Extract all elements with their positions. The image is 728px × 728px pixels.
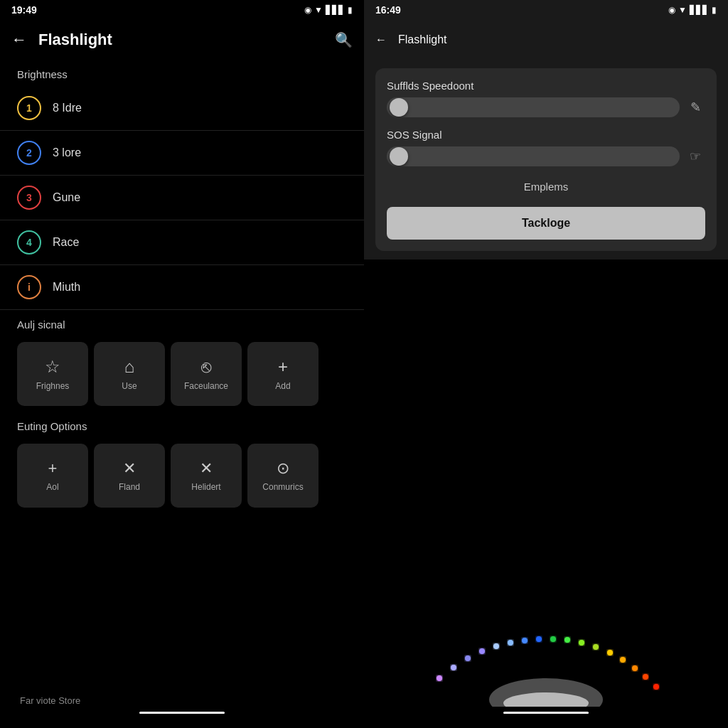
app-title-left: Flashlight xyxy=(38,31,323,49)
svg-point-13 xyxy=(593,644,599,650)
svg-point-12 xyxy=(579,640,584,646)
edit-card-1[interactable]: + Aol xyxy=(17,444,88,508)
slider-track-2[interactable] xyxy=(387,146,680,166)
badge-2: 2 xyxy=(17,141,41,165)
svg-point-6 xyxy=(493,643,499,649)
plus-icon: + xyxy=(48,459,58,478)
control-row-2: SOS Signal ☞ xyxy=(387,129,705,166)
tackloge-button[interactable]: Tackloge xyxy=(387,207,705,240)
edit-card-2[interactable]: ✕ Fland xyxy=(94,444,165,508)
battery-icon-left: ▮ xyxy=(348,5,353,15)
slider-thumb-2[interactable] xyxy=(390,147,408,166)
left-panel: 19:49 ◉ ▼ ▋▋▋ ▮ ← Flashlight 🔍 Brightnes… xyxy=(0,0,364,728)
svg-point-17 xyxy=(643,674,648,680)
home-icon: ⌂ xyxy=(124,357,135,377)
signal-label-4: Add xyxy=(275,381,290,391)
edit-label-3: Helidert xyxy=(191,482,220,492)
edit-label-2: Fland xyxy=(119,482,140,492)
cross-icon-1: ✕ xyxy=(123,459,136,478)
signal-card-2[interactable]: ⌂ Use xyxy=(94,342,165,406)
svg-point-4 xyxy=(465,655,471,661)
signal-card-4[interactable]: + Add xyxy=(247,342,318,406)
signal-card-3[interactable]: ⎋ Faceulance xyxy=(171,342,242,406)
edit-grid: + Aol ✕ Fland ✕ Helidert ⊙ Conmurics xyxy=(0,438,364,513)
wifi-icon-left: ▼ xyxy=(314,5,323,15)
item-label-2: 3 lore xyxy=(53,146,81,159)
app-title-right: Flashlight xyxy=(398,33,446,46)
control-row-1: Sufflds Speedoont ✎ xyxy=(387,80,705,117)
edit-label-1: Aol xyxy=(46,482,58,492)
slider-row-1: ✎ xyxy=(387,97,705,117)
app-bar-left: ← Flashlight 🔍 xyxy=(0,20,364,60)
svg-point-9 xyxy=(536,636,542,642)
eye-icon-right: ◉ xyxy=(668,5,675,15)
signal-icon-left: ▋▋▋ xyxy=(326,5,345,15)
led-image-area xyxy=(364,259,728,728)
badge-5: i xyxy=(17,275,41,299)
badge-3: 3 xyxy=(17,186,41,210)
signal-label-3: Faceulance xyxy=(184,381,228,391)
emblems-label: Emplems xyxy=(387,178,705,196)
control-2-label: SOS Signal xyxy=(387,129,705,141)
slider-thumb-1[interactable] xyxy=(390,98,408,117)
brightness-item-5[interactable]: i Miuth xyxy=(0,265,364,310)
edit-section-title: Euting Options xyxy=(0,412,364,438)
svg-point-2 xyxy=(437,675,442,681)
signal-label-1: Frighnes xyxy=(36,381,70,391)
edit-icon-1[interactable]: ✎ xyxy=(685,100,705,115)
slider-row-2: ☞ xyxy=(387,146,705,166)
svg-point-3 xyxy=(451,665,456,670)
signal-section-title: Aulj sicnal xyxy=(0,310,364,336)
item-label-4: Race xyxy=(53,236,79,249)
toggle-icon: ⊙ xyxy=(277,459,289,478)
right-panel: 16:49 ◉ ▼ ▋▋▋ ▮ ← Flashlight Sufflds Spe… xyxy=(364,0,728,728)
status-icons-left: ◉ ▼ ▋▋▋ ▮ xyxy=(304,5,353,15)
led-arc-svg xyxy=(397,557,695,707)
edit-card-3[interactable]: ✕ Helidert xyxy=(171,444,242,508)
badge-4: 4 xyxy=(17,230,41,255)
add-icon: + xyxy=(278,357,288,377)
item-label-3: Gune xyxy=(53,191,80,204)
back-button-left[interactable]: ← xyxy=(11,31,27,49)
status-bar-right: 16:49 ◉ ▼ ▋▋▋ ▮ xyxy=(364,0,728,20)
eye-icon-left: ◉ xyxy=(304,5,311,15)
status-bar-left: 19:49 ◉ ▼ ▋▋▋ ▮ xyxy=(0,0,364,20)
slider-track-1[interactable] xyxy=(387,97,680,117)
badge-1: 1 xyxy=(17,96,41,120)
brightness-item-1[interactable]: 1 8 Idre xyxy=(0,86,364,131)
bottom-bar-left: Far viote Store xyxy=(0,687,364,728)
svg-point-10 xyxy=(550,636,556,642)
signal-icon-right: ▋▋▋ xyxy=(690,5,709,15)
controls-card: Sufflds Speedoont ✎ SOS Signal ☞ Emplems… xyxy=(375,68,717,251)
svg-point-15 xyxy=(620,657,626,663)
edit-label-4: Conmurics xyxy=(262,482,303,492)
control-1-label: Sufflds Speedoont xyxy=(387,80,705,92)
touch-icon[interactable]: ☞ xyxy=(685,149,705,164)
signal-grid: ☆ Frighnes ⌂ Use ⎋ Faceulance + Add xyxy=(0,336,364,412)
time-right: 16:49 xyxy=(375,4,401,16)
brightness-item-4[interactable]: 4 Race xyxy=(0,220,364,265)
brightness-list: 1 8 Idre 2 3 lore 3 Gune 4 Race i M xyxy=(0,86,364,310)
store-label: Far viote Store xyxy=(17,695,347,706)
svg-point-7 xyxy=(508,640,513,646)
item-label-1: 8 Idre xyxy=(53,102,82,114)
brightness-item-2[interactable]: 2 3 lore xyxy=(0,131,364,176)
back-button-right[interactable]: ← xyxy=(375,33,387,46)
search-button-left[interactable]: 🔍 xyxy=(335,31,353,48)
bottom-line-left xyxy=(139,712,225,714)
status-icons-right: ◉ ▼ ▋▋▋ ▮ xyxy=(668,5,717,15)
svg-point-16 xyxy=(632,665,638,671)
brightness-item-3[interactable]: 3 Gune xyxy=(0,176,364,220)
edit-card-4[interactable]: ⊙ Conmurics xyxy=(247,444,318,508)
cross-icon-2: ✕ xyxy=(200,459,213,478)
battery-icon-right: ▮ xyxy=(712,5,717,15)
signal-label-2: Use xyxy=(122,381,136,391)
led-arc xyxy=(397,557,695,707)
time-left: 19:49 xyxy=(11,4,37,16)
item-label-5: Miuth xyxy=(53,281,80,294)
bottom-line-right xyxy=(503,712,589,714)
signal-card-1[interactable]: ☆ Frighnes xyxy=(17,342,88,406)
svg-point-14 xyxy=(607,650,613,655)
app-bar-right: ← Flashlight xyxy=(364,20,728,60)
svg-point-8 xyxy=(522,638,528,643)
